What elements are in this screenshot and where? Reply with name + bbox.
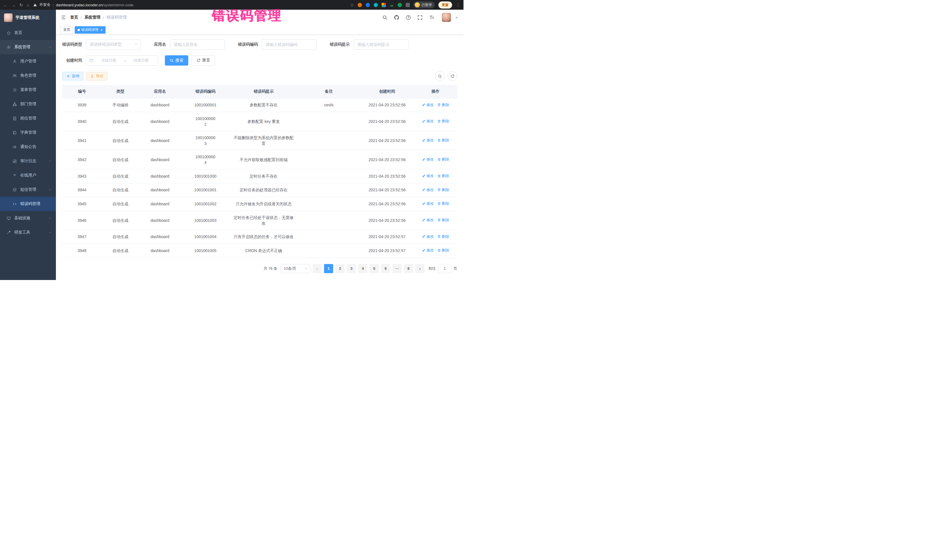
font-size-icon[interactable] [429, 15, 435, 20]
sidebar-item-online[interactable]: 在线用户 [0, 168, 56, 182]
edit-link[interactable]: 修改 [422, 137, 434, 143]
user-icon [12, 59, 17, 64]
page-jump-input[interactable] [438, 264, 451, 273]
close-icon[interactable]: × [100, 28, 103, 32]
page-button-4[interactable]: 4 [358, 264, 368, 273]
sidebar-item-menu[interactable]: 菜单管理 [0, 83, 56, 97]
reload-icon[interactable]: ↻ [20, 3, 23, 7]
edit-link[interactable]: 修改 [422, 156, 434, 162]
tag-首页[interactable]: 首页 [61, 26, 73, 33]
edit-link[interactable]: 修改 [422, 217, 434, 223]
edit-link[interactable]: 修改 [422, 247, 434, 253]
search-icon[interactable] [382, 15, 388, 20]
sidebar-item-badge[interactable]: 岗位管理 [0, 111, 56, 126]
edit-link[interactable]: 修改 [422, 102, 434, 108]
refresh-table-button[interactable] [448, 71, 457, 81]
sidebar-item-monitor[interactable]: 基础设施 [0, 211, 56, 225]
edit-link[interactable]: 修改 [422, 173, 434, 179]
cell-msg: 定时任务的处理器已经存在 [230, 183, 297, 197]
bookmark-star-icon[interactable]: ☆ [350, 3, 354, 7]
edit-link[interactable]: 修改 [422, 187, 434, 193]
date-range-picker[interactable]: 开始日期 - 结束日期 [86, 55, 158, 65]
page-button-2[interactable]: 2 [336, 264, 345, 273]
extension-icon[interactable] [358, 3, 362, 7]
profile-avatar-icon [415, 2, 420, 8]
error-code-input[interactable] [262, 39, 317, 50]
breadcrumb-item[interactable]: 首页 [70, 15, 78, 20]
sidebar-item-book[interactable]: 字典管理 [0, 126, 56, 140]
extension-icon[interactable] [374, 3, 378, 7]
update-button[interactable]: 更新 [438, 2, 452, 9]
edit-link[interactable]: 修改 [422, 118, 434, 124]
export-button[interactable]: 导出 [86, 72, 107, 80]
breadcrumb: 首页/系统管理/错误码管理 [70, 15, 127, 20]
sidebar-item-gear[interactable]: 系统管理 [0, 40, 56, 54]
reset-button[interactable]: 重置 [191, 55, 215, 65]
avatar[interactable] [442, 13, 451, 22]
edit-link[interactable]: 修改 [422, 201, 434, 206]
sidebar-item-home[interactable]: 首页 [0, 26, 56, 40]
page-button-5[interactable]: 5 [370, 264, 379, 273]
error-type-select[interactable]: 请选择错误码类型 [86, 39, 141, 50]
page-button-1[interactable]: 1 [324, 264, 333, 273]
delete-link[interactable]: 删除 [437, 201, 449, 206]
sidebar-item-tree[interactable]: 部门管理 [0, 97, 56, 111]
users-icon [12, 74, 17, 78]
extension-icon[interactable] [366, 3, 370, 7]
security-label[interactable]: 不安全 [40, 2, 50, 8]
page-button-3[interactable]: 3 [347, 264, 356, 273]
error-msg-input[interactable] [354, 39, 409, 50]
prev-page-button[interactable]: ‹ [313, 264, 322, 273]
help-icon[interactable] [406, 15, 411, 20]
delete-link[interactable]: 删除 [437, 234, 449, 240]
cell-type: 自动生成 [102, 230, 140, 244]
forward-icon[interactable]: → [11, 3, 16, 7]
sidebar-item-tools[interactable]: 研发工具 [0, 225, 56, 240]
delete-link[interactable]: 删除 [437, 118, 449, 124]
fullscreen-icon[interactable] [417, 15, 423, 20]
extension-icon[interactable] [398, 3, 402, 7]
chevron-down-icon [49, 231, 52, 234]
breadcrumb-item[interactable]: 系统管理 [84, 15, 100, 20]
page-url[interactable]: dashboard.yudao.iocoder.cn/system/error-… [56, 3, 134, 7]
extension-icon[interactable] [390, 3, 394, 7]
home-icon[interactable]: ⌂ [27, 3, 29, 7]
add-button[interactable]: 新增 [62, 72, 83, 80]
delete-link[interactable]: 删除 [437, 247, 449, 253]
back-icon[interactable]: ← [3, 3, 8, 7]
toggle-search-button[interactable] [435, 71, 445, 81]
delete-link[interactable]: 删除 [437, 217, 449, 223]
delete-link[interactable]: 删除 [437, 137, 449, 143]
page-ellipsis[interactable]: ··· [392, 264, 401, 273]
sidebar-item-megaphone[interactable]: 通知公告 [0, 140, 56, 154]
delete-link[interactable]: 删除 [437, 102, 449, 108]
github-icon[interactable] [394, 15, 399, 20]
profile-paused-badge[interactable]: 已暂停 [413, 2, 435, 8]
sidebar-item-audit[interactable]: 审计日志 [0, 154, 56, 168]
filter-error-code: 错误码编码 [238, 39, 317, 50]
sidebar-item-sms[interactable]: 短信管理 [0, 182, 56, 197]
delete-link[interactable]: 删除 [437, 187, 449, 193]
next-page-button[interactable]: › [415, 264, 424, 273]
delete-link[interactable]: 删除 [437, 173, 449, 179]
chevron-down-icon[interactable] [455, 16, 458, 19]
extension-icon[interactable] [381, 3, 386, 7]
sidebar-toggle-icon[interactable] [61, 15, 66, 20]
delete-link[interactable]: 删除 [437, 156, 449, 162]
edit-icon [422, 138, 426, 142]
page-button-6[interactable]: 6 [381, 264, 390, 273]
sidebar-item-user[interactable]: 用户管理 [0, 54, 56, 68]
search-button[interactable]: 搜索 [165, 55, 188, 65]
date-end-placeholder: 结束日期 [127, 58, 155, 63]
sidebar-item-code[interactable]: 错误码管理 [0, 197, 56, 211]
app-name-input[interactable] [170, 39, 225, 50]
page-button-8[interactable]: 8 [404, 264, 413, 273]
page-size-select[interactable]: 10条/页 [281, 264, 310, 273]
puzzle-extensions-icon[interactable] [406, 3, 410, 7]
cell-app: dashboard [139, 98, 181, 112]
tag-错误码管理[interactable]: 错误码管理× [75, 26, 106, 33]
sidebar-item-users[interactable]: 角色管理 [0, 68, 56, 83]
address-bar[interactable]: 不安全 | dashboard.yudao.iocoder.cn/system/… [33, 2, 346, 8]
menu-kebab-icon[interactable]: ⋮ [456, 3, 460, 7]
edit-link[interactable]: 修改 [422, 234, 434, 240]
